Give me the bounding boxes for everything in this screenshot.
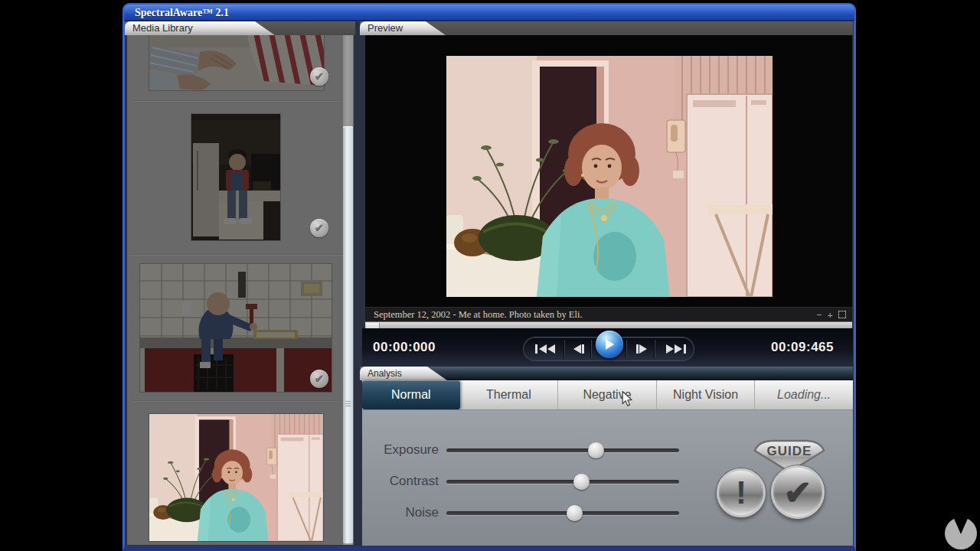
preview-header: Preview (360, 21, 853, 35)
media-library-tab-label: Media Library (132, 22, 193, 34)
analysis-panel: Exposure Contrast Noise (362, 410, 853, 546)
thumbnail-image (191, 114, 280, 240)
noise-label: Noise (362, 504, 439, 522)
guide-label: GUIDE (767, 444, 812, 458)
contrast-slider-track[interactable] (446, 480, 679, 484)
window-title: SpectralAware™ 2.1 (135, 7, 229, 18)
thumbnail-image (149, 35, 324, 90)
tab-night-vision[interactable]: Night Vision (656, 380, 755, 409)
media-item-baby-photo[interactable]: ✔ (140, 264, 332, 392)
skip-end-button[interactable] (660, 337, 691, 360)
media-item-woman-photo[interactable] (149, 414, 323, 541)
contrast-label: Contrast (362, 472, 439, 491)
step-forward-button[interactable] (631, 337, 652, 360)
thumbnail-image (149, 414, 323, 541)
divider (626, 340, 627, 358)
current-time: 00:00:000 (373, 340, 436, 355)
total-time: 00:09:465 (771, 340, 834, 355)
screen: SpectralAware™ 2.1 Media Library (0, 0, 980, 551)
exposure-slider-track[interactable] (446, 448, 679, 452)
analysis-tab-label: Analysis (368, 368, 402, 379)
transport-bar: 00:00:000 00:09:465 (362, 328, 853, 367)
tab-thermal[interactable]: Thermal (460, 380, 558, 409)
checkmark-badge[interactable]: ✔ (310, 370, 328, 388)
alert-button[interactable]: ! (717, 468, 766, 517)
media-separator (133, 400, 345, 402)
tab-loading[interactable]: Loading... (754, 380, 853, 409)
step-forward-icon (635, 344, 648, 354)
slider-thumb[interactable] (567, 505, 583, 521)
skip-start-button[interactable] (530, 337, 560, 360)
preview-viewport: September 12, 2002 - Me at home. Photo t… (365, 35, 852, 328)
slider-thumb[interactable] (588, 442, 604, 458)
media-item-boy-photo[interactable]: ✔ (191, 114, 280, 240)
divider (655, 340, 655, 358)
mouse-cursor (622, 391, 632, 407)
thumbnail-image (140, 264, 332, 392)
step-back-icon (572, 344, 585, 354)
expand-icon[interactable] (838, 311, 846, 318)
media-library-header: Media Library (125, 21, 355, 35)
preview-tab-label: Preview (368, 22, 403, 34)
checkmark-badge[interactable]: ✔ (310, 67, 328, 86)
analysis-header: Analysis (360, 367, 853, 380)
skip-end-icon (665, 344, 686, 354)
watermark-logo (941, 514, 980, 551)
slider-thumb[interactable] (573, 474, 590, 490)
media-library-scrollbar-track[interactable] (343, 35, 353, 545)
tab-negative[interactable]: Negative (557, 380, 656, 409)
exposure-label: Exposure (362, 441, 439, 459)
checkmark-icon: ✔ (784, 473, 812, 512)
caption-bar: September 12, 2002 - Me at home. Photo t… (365, 307, 852, 321)
analysis-mode-tabs: Normal Thermal Negative Night Vision Loa… (362, 380, 853, 410)
title-bar[interactable]: SpectralAware™ 2.1 (124, 5, 854, 21)
divider (591, 340, 592, 358)
tab-normal[interactable]: Normal (362, 380, 460, 409)
media-library-panel: ✔ ✔ (127, 35, 354, 545)
media-item-hands-photo[interactable]: ✔ (149, 35, 324, 90)
scrollbar-grip (345, 401, 351, 408)
media-separator (133, 100, 345, 102)
skip-start-icon (535, 344, 556, 354)
timeline-played-segment (366, 323, 380, 328)
timeline-progress-bar[interactable] (365, 321, 852, 328)
preview-photo (446, 56, 773, 297)
media-library-scrollbar-thumb[interactable] (343, 126, 353, 543)
exclamation-icon: ! (736, 474, 746, 511)
media-separator (133, 254, 345, 256)
confirm-button[interactable]: ✔ (771, 465, 825, 519)
zoom-in-icon[interactable]: + (828, 308, 833, 322)
divider (564, 340, 565, 358)
media-library-tab: Media Library (125, 21, 275, 35)
noise-slider-track[interactable] (446, 511, 679, 515)
play-icon (604, 338, 615, 350)
checkmark-badge[interactable]: ✔ (310, 219, 328, 237)
step-back-button[interactable] (567, 337, 589, 360)
caption-text: September 12, 2002 - Me at home. Photo t… (374, 309, 811, 321)
play-button[interactable] (596, 331, 623, 358)
zoom-out-icon[interactable]: − (816, 308, 822, 322)
